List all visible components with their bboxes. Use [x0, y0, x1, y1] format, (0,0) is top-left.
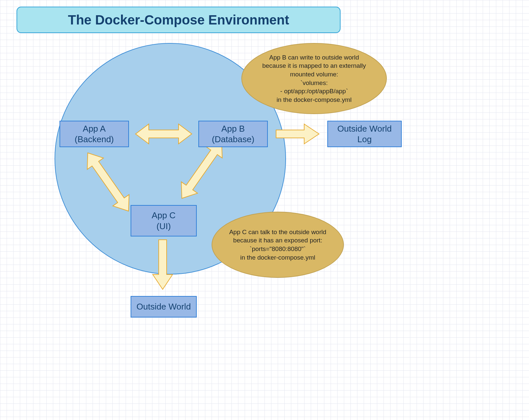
- node-app-c-subtitle: (UI): [156, 221, 171, 232]
- callout-app-c: App C can talk to the outside world beca…: [212, 212, 344, 278]
- callout-app-c-text: App C can talk to the outside world beca…: [229, 228, 327, 262]
- node-outside-log-subtitle: Log: [357, 134, 372, 145]
- callout-app-b-text: App B can write to outside world because…: [259, 53, 370, 104]
- diagram-title-box: The Docker-Compose Environment: [17, 7, 341, 33]
- node-app-b-title: App B: [222, 123, 245, 134]
- node-outside-world: Outside World: [131, 296, 197, 317]
- node-app-b-subtitle: (Database): [212, 134, 255, 145]
- node-outside-log-title: Outside World: [337, 123, 391, 134]
- node-outside-world-title: Outside World: [137, 301, 191, 312]
- diagram-title-text: The Docker-Compose Environment: [68, 13, 289, 27]
- node-app-b: App B (Database): [198, 121, 268, 147]
- node-app-c: App C (UI): [131, 205, 197, 236]
- node-outside-world-log: Outside World Log: [327, 121, 402, 147]
- node-app-c-title: App C: [152, 210, 176, 221]
- callout-app-b: App B can write to outside world because…: [241, 43, 387, 114]
- node-app-a: App A (Backend): [60, 121, 129, 147]
- node-app-a-title: App A: [83, 123, 105, 134]
- node-app-a-subtitle: (Backend): [75, 134, 114, 145]
